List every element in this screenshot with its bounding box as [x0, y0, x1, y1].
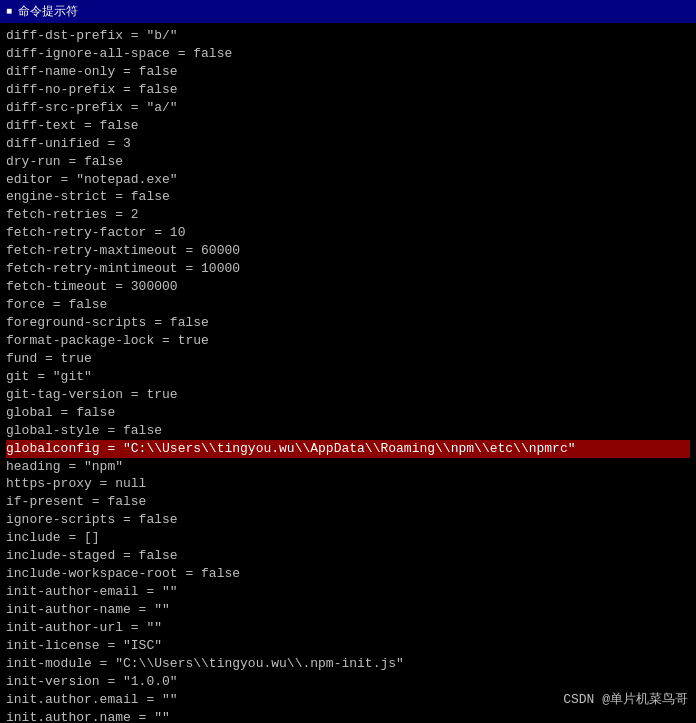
terminal-line: diff-dst-prefix = "b/": [6, 27, 690, 45]
terminal-line: engine-strict = false: [6, 188, 690, 206]
terminal-line: init-license = "ISC": [6, 637, 690, 655]
terminal-line: heading = "npm": [6, 458, 690, 476]
terminal-body: diff-dst-prefix = "b/"diff-ignore-all-sp…: [0, 23, 696, 723]
terminal-line: https-proxy = null: [6, 475, 690, 493]
terminal-line: foreground-scripts = false: [6, 314, 690, 332]
terminal-line: ignore-scripts = false: [6, 511, 690, 529]
terminal-line: editor = "notepad.exe": [6, 171, 690, 189]
terminal-line: diff-name-only = false: [6, 63, 690, 81]
terminal-line: init-version = "1.0.0": [6, 673, 690, 691]
watermark: CSDN @单片机菜鸟哥: [563, 691, 688, 709]
terminal-line: global-style = false: [6, 422, 690, 440]
terminal-line: include = []: [6, 529, 690, 547]
terminal-line: if-present = false: [6, 493, 690, 511]
terminal-line: format-package-lock = true: [6, 332, 690, 350]
terminal-line: git = "git": [6, 368, 690, 386]
terminal-line: init-author-url = "": [6, 619, 690, 637]
terminal-line: diff-ignore-all-space = false: [6, 45, 690, 63]
terminal-line: diff-no-prefix = false: [6, 81, 690, 99]
terminal-line: diff-unified = 3: [6, 135, 690, 153]
titlebar-icon: ■: [6, 6, 12, 17]
terminal-line: global = false: [6, 404, 690, 422]
terminal-line: init.author.name = "": [6, 709, 690, 723]
terminal-line: diff-src-prefix = "a/": [6, 99, 690, 117]
terminal-line: include-workspace-root = false: [6, 565, 690, 583]
terminal-line: fund = true: [6, 350, 690, 368]
terminal-line: include-staged = false: [6, 547, 690, 565]
terminal-line: dry-run = false: [6, 153, 690, 171]
terminal-line: fetch-retry-factor = 10: [6, 224, 690, 242]
terminal-line: fetch-retry-mintimeout = 10000: [6, 260, 690, 278]
terminal-line: init-author-email = "": [6, 583, 690, 601]
terminal-content: diff-dst-prefix = "b/"diff-ignore-all-sp…: [6, 27, 690, 723]
terminal-line: diff-text = false: [6, 117, 690, 135]
highlight-line: globalconfig = "C:\\Users\\tingyou.wu\\A…: [6, 440, 690, 458]
window: ■ 命令提示符 diff-dst-prefix = "b/"diff-ignor…: [0, 0, 696, 723]
terminal-line: fetch-retries = 2: [6, 206, 690, 224]
titlebar: ■ 命令提示符: [0, 0, 696, 23]
titlebar-title: 命令提示符: [18, 3, 78, 20]
terminal-line: force = false: [6, 296, 690, 314]
terminal-line: init-module = "C:\\Users\\tingyou.wu\\.n…: [6, 655, 690, 673]
terminal-line: fetch-timeout = 300000: [6, 278, 690, 296]
terminal-line: fetch-retry-maxtimeout = 60000: [6, 242, 690, 260]
terminal-line: init-author-name = "": [6, 601, 690, 619]
terminal-line: git-tag-version = true: [6, 386, 690, 404]
